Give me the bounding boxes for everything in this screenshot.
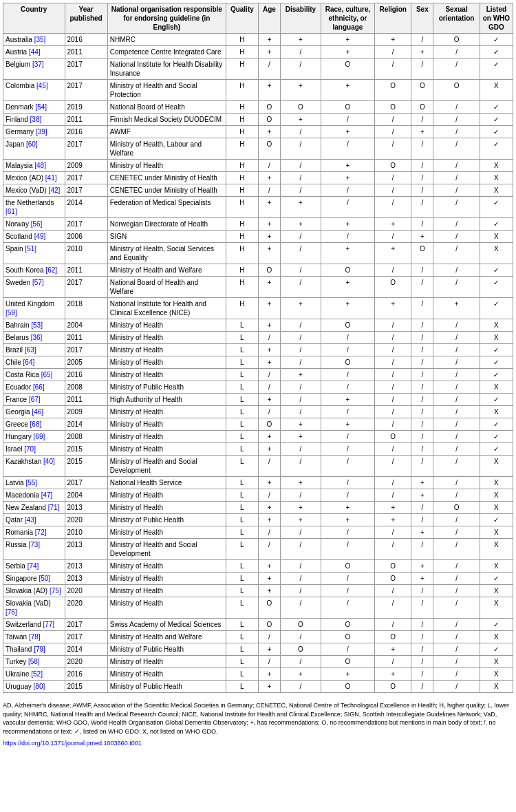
cell-17-1: 2018 — [65, 298, 107, 319]
cell-16-7: O — [375, 277, 411, 298]
cell-40-10: ✓ — [480, 619, 513, 631]
table-row: Bahrain [53]2004Ministry of HealthL+/O//… — [3, 319, 513, 332]
cell-12-9: / — [433, 218, 480, 231]
cell-14-10: X — [480, 243, 513, 264]
cell-20-3: L — [226, 344, 258, 356]
table-row: Thailand [79]2014Ministry of Public Heal… — [3, 643, 513, 656]
cell-19-2: Ministry of Health — [107, 332, 226, 344]
cell-24-10: ✓ — [480, 394, 513, 406]
table-row: Switzerland [77]2017Swiss Academy of Med… — [3, 619, 513, 631]
cell-23-4: / — [258, 381, 280, 394]
cell-21-7: / — [375, 356, 411, 369]
cell-35-10: X — [480, 539, 513, 560]
cell-23-3: L — [226, 381, 258, 394]
cell-16-3: H — [226, 277, 258, 298]
cell-40-9: / — [433, 619, 480, 631]
cell-27-9: / — [433, 431, 480, 443]
cell-22-9: / — [433, 369, 480, 381]
cell-31-9: / — [433, 489, 480, 502]
cell-17-6: + — [321, 298, 374, 319]
cell-24-8: / — [411, 394, 433, 406]
cell-31-2: Ministry of Health — [107, 489, 226, 502]
cell-15-4: O — [258, 264, 280, 277]
cell-1-6: + — [321, 46, 374, 58]
cell-26-4: O — [258, 418, 280, 431]
cell-40-5: O — [280, 619, 321, 631]
cell-33-10: ✓ — [480, 514, 513, 526]
cell-31-7: / — [375, 489, 411, 502]
cell-38-1: 2020 — [65, 585, 107, 597]
cell-5-9: / — [433, 114, 480, 126]
header-country: Country — [3, 3, 65, 34]
cell-25-9: / — [433, 406, 480, 418]
cell-45-4: + — [258, 681, 280, 693]
cell-8-3: H — [226, 160, 258, 172]
table-row: Mexico (AD) [41]2017CENETEC under Minist… — [3, 172, 513, 184]
cell-11-5: + — [280, 197, 321, 218]
cell-19-0: Belarus [36] — [3, 332, 65, 344]
cell-9-6: + — [321, 172, 374, 184]
cell-41-7: O — [375, 631, 411, 643]
table-row: Qatar [43]2020Ministry of Public HealthL… — [3, 514, 513, 526]
cell-24-5: / — [280, 394, 321, 406]
cell-4-1: 2019 — [65, 101, 107, 114]
cell-41-10: X — [480, 631, 513, 643]
cell-7-9: / — [433, 138, 480, 160]
cell-10-8: / — [411, 184, 433, 197]
cell-16-0: Sweden [57] — [3, 277, 65, 298]
cell-21-6: O — [321, 356, 374, 369]
cell-10-10: X — [480, 184, 513, 197]
cell-7-0: Japan [60] — [3, 138, 65, 160]
cell-5-10: ✓ — [480, 114, 513, 126]
cell-24-4: + — [258, 394, 280, 406]
cell-1-10: ✓ — [480, 46, 513, 58]
cell-25-2: Ministry of Health — [107, 406, 226, 418]
cell-24-9: / — [433, 394, 480, 406]
cell-5-7: / — [375, 114, 411, 126]
table-row: Belarus [36]2011Ministry of HealthL/////… — [3, 332, 513, 344]
cell-11-0: the Netherlands [61] — [3, 197, 65, 218]
cell-14-3: H — [226, 243, 258, 264]
doi-url[interactable]: https://doi.org/10.1371/journal.pmed.100… — [0, 738, 516, 748]
cell-43-1: 2020 — [65, 656, 107, 668]
cell-2-4: / — [258, 58, 280, 80]
cell-43-5: / — [280, 656, 321, 668]
cell-8-4: / — [258, 160, 280, 172]
cell-37-2: Ministry of Health — [107, 573, 226, 585]
cell-39-0: Slovakia (VaD) [76] — [3, 597, 65, 619]
footnote-text: AD, Alzheimer's disease; AWMF, Associati… — [0, 698, 516, 738]
cell-11-4: + — [258, 197, 280, 218]
cell-38-0: Slovakia (AD) [75] — [3, 585, 65, 597]
cell-6-2: AWMF — [107, 126, 226, 138]
cell-23-2: Ministry of Public Health — [107, 381, 226, 394]
cell-31-10: X — [480, 489, 513, 502]
cell-30-3: L — [226, 477, 258, 489]
cell-22-8: / — [411, 369, 433, 381]
cell-16-9: / — [433, 277, 480, 298]
cell-6-8: + — [411, 126, 433, 138]
cell-18-4: + — [258, 319, 280, 332]
cell-15-5: / — [280, 264, 321, 277]
cell-22-3: L — [226, 369, 258, 381]
cell-33-1: 2020 — [65, 514, 107, 526]
table-row: Ukraine [52]2016Ministry of HealthL++++/… — [3, 668, 513, 681]
cell-27-6: / — [321, 431, 374, 443]
cell-38-7: / — [375, 585, 411, 597]
cell-43-3: L — [226, 656, 258, 668]
cell-42-8: / — [411, 643, 433, 656]
cell-3-5: + — [280, 80, 321, 101]
cell-44-4: + — [258, 668, 280, 681]
cell-34-6: / — [321, 526, 374, 539]
cell-27-10: ✓ — [480, 431, 513, 443]
cell-30-9: / — [433, 477, 480, 489]
cell-6-7: / — [375, 126, 411, 138]
cell-30-5: + — [280, 477, 321, 489]
cell-33-0: Qatar [43] — [3, 514, 65, 526]
cell-4-7: O — [375, 101, 411, 114]
cell-19-7: / — [375, 332, 411, 344]
cell-0-0: Australia [35] — [3, 34, 65, 46]
cell-15-6: O — [321, 264, 374, 277]
cell-23-1: 2008 — [65, 381, 107, 394]
cell-8-7: O — [375, 160, 411, 172]
cell-39-3: L — [226, 597, 258, 619]
